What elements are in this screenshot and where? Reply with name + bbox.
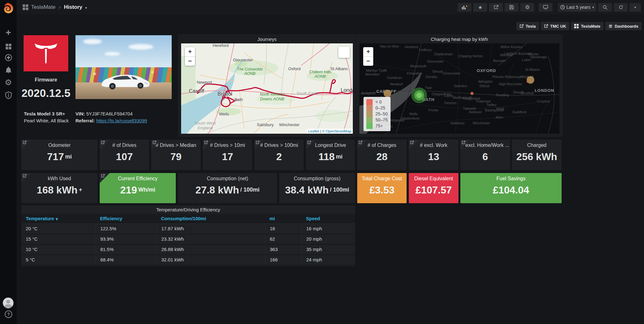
cell-consumption: 26.88 kWh [157,245,265,254]
panel-drilldown-link[interactable] [21,140,31,150]
stat-panel-longest-drive: Longest Drive118mi [306,140,355,170]
panel-drilldown-link[interactable] [306,140,316,150]
column-header-consumption[interactable]: Consumption/100mi [157,214,265,224]
dashboard-icon [23,4,28,10]
layers-control[interactable] [338,47,350,58]
osm-link[interactable]: © OpenStreetMap [322,129,351,133]
legend-label: 0–25 [375,105,388,111]
create-plus-icon[interactable]: + [0,28,17,37]
server-admin-shield-icon[interactable] [0,92,17,100]
refresh-interval-caret[interactable]: ▾ [630,3,641,12]
user-avatar[interactable] [3,298,14,308]
stat-value: 17 [222,148,233,165]
zoom-in-button[interactable]: + [363,47,373,56]
car-model: Tesla Model 3 SR+ [24,111,65,116]
panel-drilldown-link[interactable] [254,140,264,150]
link-tesla[interactable]: Tesla [516,22,539,30]
star-dashboard-button[interactable]: ★ [473,3,487,12]
column-header-temperature[interactable]: Temperature▼ [21,214,96,224]
alerting-bell-icon[interactable] [0,66,17,75]
share-dashboard-button[interactable] [489,3,503,12]
stat-panel-of-drives: # of Drives107 [100,140,149,170]
panel-drilldown-link[interactable] [151,140,161,150]
journeys-map[interactable]: + − Leaflet | © OpenStreetMap HerefordGl… [181,43,353,134]
dashboard-toolbar: ★ ⚙ Last 5 years ▾ ▾ [458,3,644,12]
stat-title: Longest Drive [315,142,346,148]
time-range-label: Last 5 years [566,5,590,10]
stat-title: Diesel Equivalent [414,176,453,182]
car-info-panel: Firmware 2020.12.5 Tesla Model 3 SR+ Pea… [21,35,176,136]
cell-efficiency: 93.9% [96,234,157,244]
zoom-out-button[interactable]: − [185,56,195,66]
zoom-out-button[interactable]: − [363,56,373,66]
link-tmc-uk[interactable]: TMC UK [541,22,569,30]
breadcrumb-folder[interactable]: TeslaMate [31,4,55,10]
charging-heatmap-map[interactable]: + − < 00–2525–5050–7575+ CARDIFFBATHOXFO… [359,43,559,134]
stat-panel-consumption-gross: Consumption (gross)38.4 kWh/ 100mi [279,173,355,203]
cell-mi: 166 [265,255,302,265]
panel-drilldown-link[interactable] [21,173,31,183]
column-header-speed[interactable]: Speed [302,214,355,224]
table-row: 10 °C 81.5% 26.88 kWh 363 35 mph [21,245,355,255]
configuration-gear-icon[interactable]: ⚙ [0,78,17,87]
stat-value: 118mi [319,148,343,165]
cell-speed: 35 mph [302,245,355,254]
link-dashboards[interactable]: ≡ Dashboards [605,22,641,30]
breadcrumb-dashboard-title[interactable]: History [64,4,82,10]
stat-value: £107.57 [415,182,452,198]
stat-value: 27.8 kWh/ 100mi [196,182,260,198]
add-panel-button[interactable] [458,3,471,12]
time-range-picker[interactable]: Last 5 years ▾ [558,3,596,12]
table-panel-title[interactable]: Temperature/Driving Efficiency [21,205,355,214]
panel-drilldown-link[interactable] [460,140,470,150]
stat-title: kWh Used [48,176,71,182]
leaflet-link[interactable]: Leaflet [308,129,319,133]
table-row: 5 °C 68.4% 32.01 kWh 166 24 mph [21,255,355,265]
grafana-logo-icon[interactable] [0,3,17,15]
stat-title: # excl. Work [420,142,447,148]
temperature-efficiency-table-panel: Temperature/Driving Efficiency Temperatu… [21,205,355,266]
stat-panel-excl-work: # excl. Work13 [409,140,458,170]
dashboards-grid-icon[interactable] [0,42,17,49]
stat-value: 168 kWh+ [37,182,82,198]
cell-temperature: 5 °C [21,255,96,265]
referral-link[interactable]: https://ts.la/russell33099 [96,118,147,123]
column-header-efficiency[interactable]: Efficiency [96,214,157,224]
stat-value: 2 [276,148,282,165]
stat-panel-drives-median: # Drives > Median79 [151,140,201,170]
panel-drilldown-link[interactable] [357,140,367,150]
cycle-view-monitor-button[interactable] [539,3,552,12]
column-header-mi[interactable]: mi [265,214,302,224]
apps-grid-icon [574,24,579,28]
panel-drilldown-link[interactable] [409,140,419,150]
stat-value: 256 kWh [516,148,557,165]
legend-swatch [366,111,373,117]
journeys-map-base [181,43,353,134]
cell-consumption: 32.01 kWh [157,255,265,265]
legend-label: 50–75 [375,117,388,123]
stat-title: # Drives > 10mi [210,142,245,148]
cell-efficiency: 122.5% [96,224,157,234]
stat-value: 28 [376,148,388,165]
dashboard-settings-gear-button[interactable]: ⚙ [520,3,534,12]
journeys-panel-title[interactable]: Journeys [179,35,355,43]
stat-title: # Drives > 100mi [260,142,298,148]
stat-title: Current Efficiency [118,176,158,182]
breadcrumb-caret-icon[interactable]: ▾ [85,6,87,10]
link-dashboards-label: Dashboards [615,24,638,29]
zoom-in-button[interactable]: + [185,47,195,56]
refresh-button[interactable] [614,3,628,12]
panel-drilldown-link[interactable] [100,140,110,150]
link-teslamate[interactable]: TeslaMate [571,22,603,30]
zoom-out-time-button[interactable] [598,3,612,12]
help-icon[interactable]: ? [5,310,12,318]
heatmap-panel-title[interactable]: Charging heat map by kWh [357,35,562,43]
save-dashboard-button[interactable] [505,3,519,12]
stat-unit: mi [65,154,72,160]
panel-drilldown-link[interactable] [100,173,110,183]
cell-temperature: 10 °C [21,245,96,254]
explore-compass-icon[interactable] [0,54,17,63]
stat-panel-of-charges: # of Charges28 [357,140,407,170]
list-icon: ≡ [608,23,613,29]
panel-drilldown-link[interactable] [203,140,213,150]
